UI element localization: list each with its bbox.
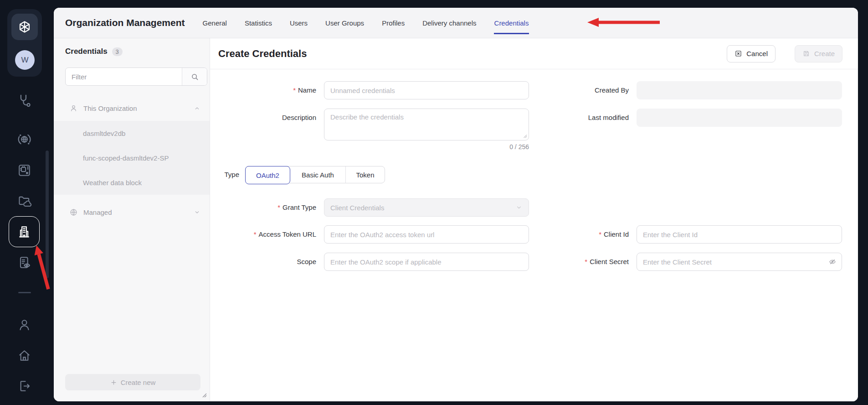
textarea-resize-handle[interactable] <box>523 134 527 138</box>
required-marker: * <box>599 230 601 238</box>
close-box-icon <box>734 50 742 57</box>
globe-network-icon[interactable] <box>14 129 34 149</box>
app-logo[interactable] <box>11 14 38 40</box>
sidebar-title-row: Credentials 3 <box>65 47 123 56</box>
tab-delivery-channels[interactable]: Delivery channels <box>422 8 476 38</box>
user-icon[interactable] <box>14 315 34 335</box>
rail-divider <box>18 292 31 293</box>
rail-scrollbar[interactable] <box>46 151 49 278</box>
list-item-func-scoped[interactable]: func-scoped-dasmltdev2-SP <box>54 145 210 170</box>
cancel-button[interactable]: Cancel <box>727 45 776 62</box>
rail-logo-group: W <box>7 9 42 77</box>
home-icon[interactable] <box>14 345 34 365</box>
credentials-count-badge: 3 <box>112 47 123 56</box>
filter-box <box>65 68 207 86</box>
create-new-button[interactable]: Create new <box>65 374 200 390</box>
description-textarea[interactable] <box>324 109 529 140</box>
organization-building-icon-active[interactable] <box>9 216 40 247</box>
scope-input[interactable] <box>324 253 529 271</box>
client-id-input[interactable] <box>637 225 842 244</box>
stethoscope-icon[interactable] <box>14 90 34 110</box>
type-segmented-control: OAuth2 Basic Auth Token <box>245 166 385 183</box>
grant-type-label: *Grant Type <box>277 198 316 217</box>
chevron-down-icon <box>194 209 200 216</box>
tab-statistics[interactable]: Statistics <box>245 8 272 38</box>
globe-icon <box>69 208 78 217</box>
list-item-dasmltdev2db[interactable]: dasmltdev2db <box>54 121 210 145</box>
access-token-url-input[interactable] <box>324 225 529 244</box>
client-secret-label: *Client Secret <box>585 253 629 271</box>
create-label: Create <box>814 50 835 57</box>
description-label: Description <box>282 109 316 127</box>
description-wrap <box>324 109 529 140</box>
name-input[interactable] <box>324 81 529 99</box>
user-avatar[interactable]: W <box>15 50 35 70</box>
last-modified-field <box>637 109 842 127</box>
plus-icon <box>110 379 117 386</box>
window-panel: Organization Management General Statisti… <box>54 8 858 401</box>
last-modified-label: Last modified <box>588 109 629 127</box>
tab-general[interactable]: General <box>203 8 227 38</box>
form-title: Create Credentials <box>218 48 307 60</box>
search-icon <box>190 72 200 82</box>
sidebar-title: Credentials <box>65 47 108 56</box>
main-content: Create Credentials Cancel <box>210 38 858 401</box>
logout-icon[interactable] <box>14 376 34 396</box>
create-button[interactable]: Create <box>795 45 842 62</box>
top-header: Organization Management General Statisti… <box>54 8 858 38</box>
avatar-initial: W <box>21 56 28 65</box>
type-option-basic-auth[interactable]: Basic Auth <box>290 166 345 183</box>
cube-logo-icon <box>18 20 31 34</box>
tab-user-groups[interactable]: User Groups <box>325 8 364 38</box>
required-marker: * <box>585 258 587 265</box>
tab-credentials[interactable]: Credentials <box>494 8 529 38</box>
client-secret-input[interactable] <box>637 253 842 271</box>
form-header: Create Credentials Cancel <box>210 38 858 69</box>
chip-icon[interactable] <box>14 160 34 180</box>
type-option-oauth2[interactable]: OAuth2 <box>245 166 290 184</box>
required-marker: * <box>277 203 280 211</box>
client-secret-wrap <box>637 253 842 271</box>
created-by-label: Created By <box>595 81 629 99</box>
person-icon <box>69 104 78 113</box>
search-button[interactable] <box>182 68 207 85</box>
type-option-token[interactable]: Token <box>345 166 385 183</box>
credentials-list: dasmltdev2db func-scoped-dasmltdev2-SP W… <box>54 121 210 195</box>
scope-label: Scope <box>297 253 316 271</box>
group-label: This Organization <box>83 104 137 112</box>
sidebar-group-managed[interactable]: Managed <box>54 202 210 223</box>
save-icon <box>802 50 810 57</box>
access-token-url-label: *Access Token URL <box>254 225 316 244</box>
tab-bar: General Statistics Users User Groups Pro… <box>203 8 529 38</box>
created-by-field <box>637 81 842 99</box>
folder-cloud-icon[interactable] <box>14 191 34 211</box>
icon-rail: W <box>0 0 54 405</box>
cancel-label: Cancel <box>746 50 768 57</box>
chevron-up-icon <box>194 105 200 112</box>
tab-users[interactable]: Users <box>290 8 308 38</box>
grant-type-select: Client Credentials <box>324 198 529 217</box>
credentials-sidebar: Credentials 3 This Organi <box>54 38 210 401</box>
document-eye-icon[interactable] <box>14 252 34 272</box>
tab-profiles[interactable]: Profiles <box>382 8 405 38</box>
type-label: Type <box>224 166 239 183</box>
required-marker: * <box>293 86 296 94</box>
required-marker: * <box>254 230 257 238</box>
create-new-label: Create new <box>121 379 156 386</box>
name-label: *Name <box>293 81 316 99</box>
client-id-label: *Client Id <box>599 225 629 244</box>
sidebar-group-this-organization[interactable]: This Organization <box>54 98 210 119</box>
chevron-down-icon <box>515 204 523 211</box>
eye-off-icon[interactable] <box>828 258 837 266</box>
page-title: Organization Management <box>65 17 185 28</box>
list-item-weather-data-block[interactable]: Weather data block <box>54 170 210 195</box>
sidebar-resize-handle[interactable] <box>201 392 207 398</box>
char-counter: 0 / 256 <box>324 143 529 151</box>
filter-input[interactable] <box>66 68 182 85</box>
group-label: Managed <box>83 208 112 216</box>
grant-type-value: Client Credentials <box>330 204 384 212</box>
